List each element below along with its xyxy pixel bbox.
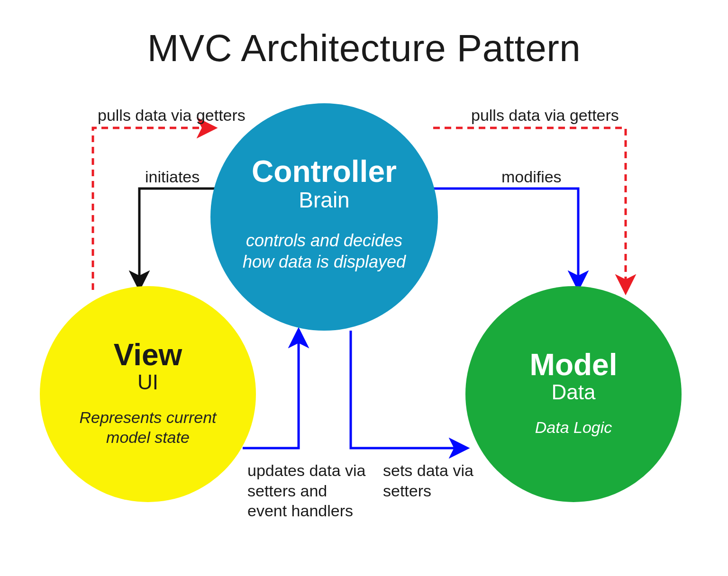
label-view-pulls: pulls data via getters <box>98 105 246 126</box>
controller-subtitle: Brain <box>299 187 349 213</box>
label-updates: updates data via setters and event handl… <box>247 460 371 521</box>
label-initiates: initiates <box>145 167 200 187</box>
edge-model-pulls <box>433 128 626 292</box>
model-subtitle: Data <box>552 380 596 404</box>
controller-description: controls and decides how data is display… <box>210 230 438 272</box>
node-model: Model Data Data Logic <box>465 286 682 502</box>
view-title: View <box>114 337 182 372</box>
edge-view-pulls <box>93 128 214 290</box>
view-subtitle: UI <box>137 370 158 394</box>
label-modifies: modifies <box>501 167 562 187</box>
label-model-pulls: pulls data via getters <box>471 105 619 126</box>
label-sets: sets data via setters <box>383 460 478 501</box>
edge-controller-sets-model <box>351 331 466 448</box>
diagram-title: MVC Architecture Pattern <box>0 27 728 70</box>
edge-controller-to-model <box>423 189 578 288</box>
view-description: Represents current model state <box>40 407 256 448</box>
diagram-stage: MVC Architecture Pattern Controlle <box>0 0 728 576</box>
model-description: Data Logic <box>518 417 629 438</box>
node-view: View UI Represents current model state <box>40 286 256 502</box>
node-controller: Controller Brain controls and decides ho… <box>210 103 438 331</box>
model-title: Model <box>530 347 618 382</box>
controller-title: Controller <box>252 154 397 189</box>
